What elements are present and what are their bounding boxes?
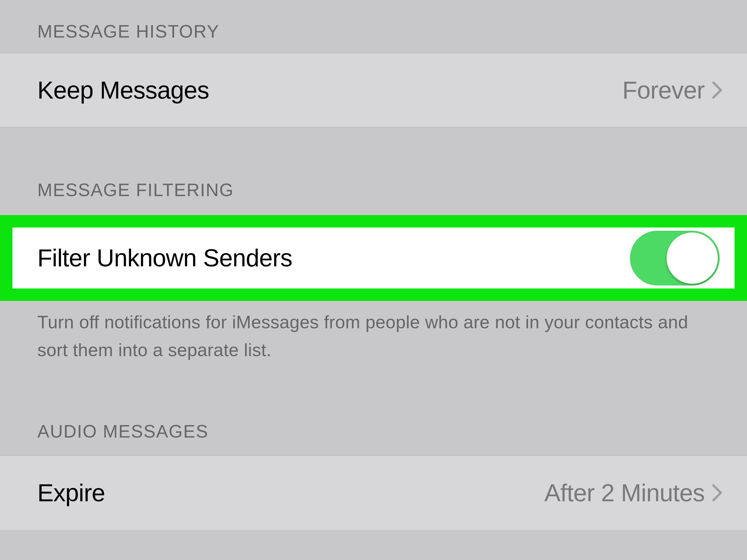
- section-header-message-history: MESSAGE HISTORY: [0, 0, 747, 53]
- keep-messages-value: Forever: [622, 76, 705, 104]
- keep-messages-label: Keep Messages: [37, 76, 209, 104]
- chevron-right-icon: [712, 81, 722, 99]
- filter-unknown-senders-label: Filter Unknown Senders: [37, 244, 292, 272]
- expire-value-wrap: After 2 Minutes: [544, 479, 722, 507]
- expire-row[interactable]: Expire After 2 Minutes: [0, 455, 747, 530]
- chevron-right-icon: [712, 484, 722, 502]
- expire-value: After 2 Minutes: [544, 479, 705, 507]
- filter-unknown-highlight: Filter Unknown Senders: [0, 215, 747, 301]
- section-header-message-filtering: MESSAGE FILTERING: [0, 128, 747, 215]
- keep-messages-row[interactable]: Keep Messages Forever: [0, 53, 747, 128]
- filter-unknown-senders-toggle[interactable]: [630, 231, 720, 286]
- keep-messages-value-wrap: Forever: [622, 76, 722, 104]
- expire-label: Expire: [37, 479, 105, 507]
- section-footer-message-filtering: Turn off notifications for iMessages fro…: [0, 301, 747, 371]
- section-header-audio-messages: AUDIO MESSAGES: [0, 371, 747, 455]
- toggle-knob: [667, 233, 718, 284]
- filter-unknown-senders-row[interactable]: Filter Unknown Senders: [12, 228, 735, 289]
